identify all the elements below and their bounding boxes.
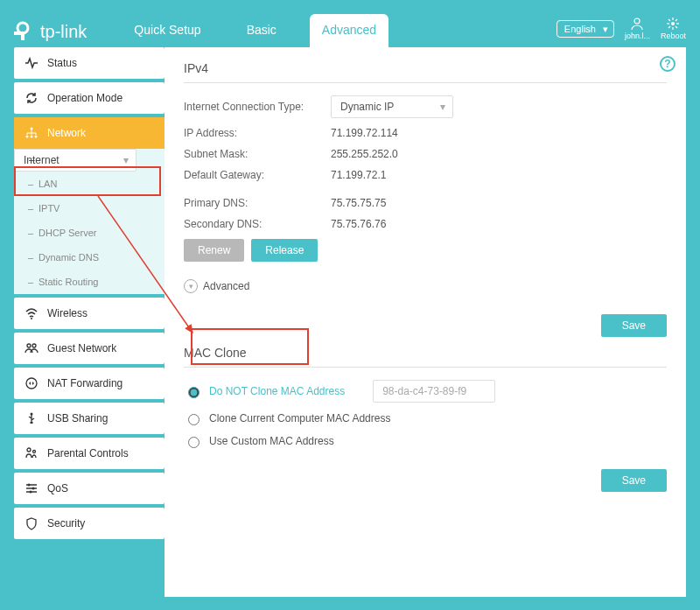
- ipv4-dns-value-1: 75.75.76.76: [331, 218, 386, 230]
- network-icon: [24, 126, 38, 140]
- conn-type-label: Internet Connection Type:: [184, 101, 331, 113]
- mac-option-custom: Use Custom MAC Address: [209, 435, 334, 447]
- svg-point-28: [28, 484, 31, 487]
- conn-type-select[interactable]: Dynamic IP: [331, 95, 453, 118]
- ipv4-dns-label-1: Secondary DNS:: [184, 218, 331, 230]
- svg-rect-22: [31, 422, 33, 424]
- save-button-ipv4[interactable]: Save: [601, 314, 667, 337]
- release-button[interactable]: Release: [251, 239, 318, 262]
- svg-point-17: [31, 318, 32, 319]
- svg-point-30: [30, 491, 32, 494]
- sidebar-sub-lan[interactable]: LAN: [14, 172, 164, 196]
- sidebar-item-label: Wireless: [47, 307, 88, 319]
- svg-point-3: [634, 18, 640, 24]
- mac-option-clonecurrent: Clone Current Computer MAC Address: [209, 412, 390, 424]
- sidebar-item-label: NAT Forwarding: [47, 377, 122, 389]
- svg-rect-2: [14, 32, 23, 35]
- content-panel: ? IPv4 Internet Connection Type: Dynamic…: [164, 47, 686, 597]
- help-icon[interactable]: ?: [660, 56, 676, 72]
- reboot-button[interactable]: Reboot: [661, 17, 686, 40]
- sidebar-item-label: QoS: [47, 482, 68, 494]
- sidebar-item-qos[interactable]: QoS: [14, 473, 164, 504]
- sidebar-item-status[interactable]: Status: [14, 47, 164, 79]
- ipv4-field-label-0: IP Address:: [184, 127, 331, 139]
- account-button[interactable]: john.l...: [625, 17, 650, 40]
- sidebar-sub-iptv[interactable]: IPTV: [14, 196, 164, 221]
- ipv4-dns-value-0: 75.75.75.75: [331, 197, 386, 209]
- reboot-label: Reboot: [661, 32, 686, 40]
- sidebar-item-operation-mode[interactable]: Operation Mode: [14, 82, 164, 114]
- save-button-mac[interactable]: Save: [601, 469, 667, 492]
- sidebar-sub-dhcp-server[interactable]: DHCP Server: [14, 221, 164, 245]
- svg-line-10: [676, 26, 677, 28]
- svg-line-9: [668, 19, 670, 21]
- sidebar-item-usb-sharing[interactable]: USB Sharing: [14, 403, 164, 434]
- ipv4-field-label-2: Default Gateway:: [184, 169, 331, 181]
- sidebar-sub-internet[interactable]: Internet: [14, 149, 136, 172]
- tab-advanced[interactable]: Advanced: [310, 14, 388, 47]
- mac-radio-noclone[interactable]: [188, 387, 200, 398]
- nat-icon: [24, 376, 38, 390]
- svg-point-15: [31, 136, 33, 138]
- sidebar-item-label: Status: [47, 57, 77, 69]
- sidebar-item-nat-forwarding[interactable]: NAT Forwarding: [14, 368, 164, 399]
- parental-icon: [24, 446, 38, 460]
- section-title-mac: MAC Clone: [184, 346, 667, 368]
- svg-point-18: [27, 344, 31, 347]
- reboot-icon: [666, 17, 680, 31]
- tab-basic[interactable]: Basic: [234, 14, 289, 47]
- sidebar-item-label: Operation Mode: [47, 92, 122, 104]
- language-select[interactable]: English: [556, 20, 614, 38]
- qos-icon: [24, 481, 38, 495]
- user-icon: [630, 17, 644, 31]
- sidebar-item-security[interactable]: Security: [14, 508, 164, 539]
- wifi-icon: [24, 306, 38, 320]
- svg-point-23: [27, 448, 31, 452]
- sidebar-sub-dynamic-dns[interactable]: Dynamic DNS: [14, 245, 164, 270]
- sidebar: StatusOperation ModeNetworkInternetLANIP…: [14, 47, 164, 597]
- brand-logo: tp-link: [14, 21, 87, 42]
- account-label: john.l...: [625, 32, 650, 40]
- sidebar-item-label: Parental Controls: [47, 447, 129, 459]
- sidebar-item-guest-network[interactable]: Guest Network: [14, 333, 164, 364]
- section-title-ipv4: IPv4: [184, 61, 667, 83]
- sidebar-item-wireless[interactable]: Wireless: [14, 298, 164, 329]
- svg-point-19: [32, 344, 36, 347]
- ipv4-field-value-1: 255.255.252.0: [331, 148, 398, 160]
- tab-quick-setup[interactable]: Quick Setup: [122, 14, 213, 47]
- tplink-logo-icon: [14, 21, 35, 42]
- ipv4-field-value-2: 71.199.72.1: [331, 169, 386, 181]
- svg-point-29: [32, 487, 35, 490]
- advanced-toggle-label: Advanced: [203, 280, 249, 292]
- cycle-icon: [24, 91, 38, 105]
- mac-value-display: 98-da-c4-73-89-f9: [373, 380, 495, 403]
- mac-option-noclone: Do NOT Clone MAC Address: [209, 385, 345, 397]
- mac-radio-custom[interactable]: [188, 437, 200, 448]
- pulse-icon: [24, 56, 38, 70]
- sidebar-item-label: USB Sharing: [47, 412, 108, 424]
- svg-line-12: [676, 19, 677, 21]
- guests-icon: [24, 341, 38, 355]
- sidebar-item-label: Network: [47, 127, 86, 139]
- sidebar-item-parental-controls[interactable]: Parental Controls: [14, 438, 164, 469]
- sidebar-item-label: Guest Network: [47, 342, 116, 354]
- svg-point-24: [33, 451, 36, 453]
- brand-text: tp-link: [40, 22, 87, 42]
- usb-icon: [24, 411, 38, 425]
- sidebar-item-network[interactable]: Network: [14, 117, 164, 149]
- ipv4-field-value-0: 71.199.72.114: [331, 127, 398, 139]
- mac-radio-clonecurrent[interactable]: [188, 414, 200, 425]
- svg-point-16: [35, 136, 38, 138]
- svg-point-14: [26, 136, 29, 138]
- sidebar-sub-static-routing[interactable]: Static Routing: [14, 270, 164, 294]
- renew-button[interactable]: Renew: [184, 239, 244, 262]
- svg-line-11: [668, 26, 670, 28]
- svg-point-4: [671, 22, 675, 25]
- ipv4-field-label-1: Subnet Mask:: [184, 148, 331, 160]
- advanced-toggle[interactable]: ▾ Advanced: [184, 279, 667, 293]
- sidebar-item-label: Security: [47, 517, 85, 529]
- chevron-down-icon: ▾: [184, 279, 198, 293]
- shield-icon: [24, 516, 38, 530]
- svg-point-20: [26, 378, 37, 389]
- ipv4-dns-label-0: Primary DNS:: [184, 197, 331, 209]
